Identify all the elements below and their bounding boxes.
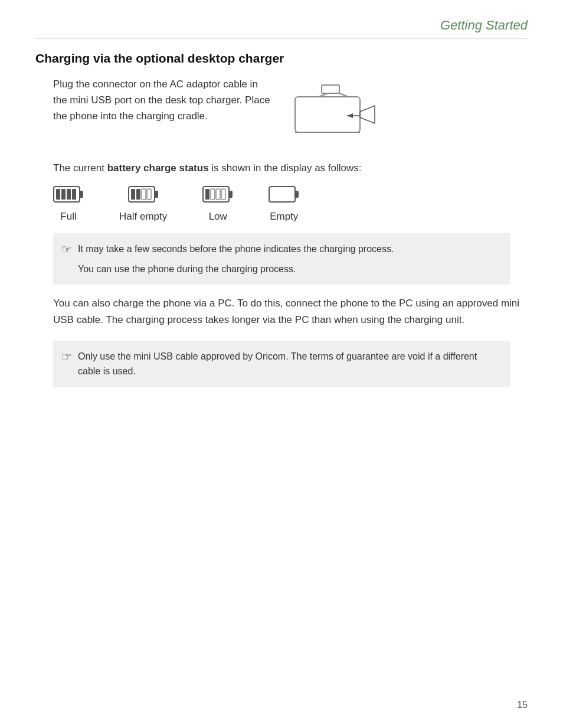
battery-low-icon: [202, 184, 233, 207]
battery-half-svg: [128, 184, 159, 204]
charger-description: Plug the connector on the AC adaptor cab…: [53, 76, 271, 125]
note-row-2: ☞ Only use the mini USB cable approved b…: [61, 349, 499, 379]
section-title: Charging via the optional desktop charge…: [35, 51, 528, 66]
note-text-2: Only use the mini USB cable approved by …: [78, 349, 499, 379]
note-row-1: ☞ It may take a few seconds before the p…: [61, 241, 499, 276]
note-icon-2: ☞: [61, 350, 72, 364]
battery-full-icon: [53, 184, 84, 207]
battery-low-label: Low: [209, 211, 227, 223]
svg-rect-14: [72, 189, 76, 200]
svg-rect-22: [229, 191, 233, 198]
svg-rect-12: [61, 189, 66, 200]
battery-low-svg: [202, 184, 233, 204]
svg-rect-11: [56, 189, 60, 200]
battery-empty-svg: [269, 184, 299, 204]
page-header: Getting Started: [35, 18, 528, 38]
svg-rect-17: [131, 189, 135, 200]
svg-rect-19: [142, 189, 146, 200]
battery-half-empty-icon: [128, 184, 159, 207]
page-container: Getting Started Charging via the optiona…: [0, 0, 563, 728]
svg-rect-13: [67, 189, 71, 200]
svg-rect-23: [205, 189, 210, 200]
battery-low: Low: [202, 184, 233, 223]
svg-rect-16: [155, 191, 158, 198]
battery-status-normal-text: The current: [53, 162, 107, 174]
battery-half-empty: Half empty: [119, 184, 167, 223]
battery-status-intro: The current battery charge status is sho…: [53, 160, 528, 176]
svg-rect-10: [80, 191, 83, 198]
battery-full: Full: [53, 184, 84, 223]
battery-status-bold-text: battery charge status: [107, 162, 209, 174]
svg-rect-27: [269, 187, 295, 202]
note-line-2: You can use the phone during the chargin…: [78, 262, 394, 277]
header-title: Getting Started: [440, 18, 528, 33]
note-box-1: ☞ It may take a few seconds before the p…: [53, 233, 510, 285]
battery-half-empty-label: Half empty: [119, 211, 167, 223]
svg-rect-18: [136, 189, 140, 200]
svg-rect-20: [147, 189, 151, 200]
note-line-1: It may take a few seconds before the pho…: [78, 241, 394, 257]
note-box-2: ☞ Only use the mini USB cable approved b…: [53, 341, 510, 387]
svg-rect-1: [322, 85, 339, 93]
battery-empty: Empty: [269, 184, 299, 223]
battery-status-end-text: is shown in the display as follows:: [209, 162, 362, 174]
battery-empty-icon: [269, 184, 299, 207]
charger-illustration: [283, 79, 378, 147]
svg-rect-25: [216, 189, 220, 200]
svg-rect-24: [211, 189, 215, 200]
page-number: 15: [517, 700, 528, 710]
charger-row: Plug the connector on the AC adaptor cab…: [53, 76, 528, 147]
charger-svg: [283, 79, 378, 144]
pc-charge-text: You can also charge the phone via a PC. …: [53, 295, 528, 327]
note-text-block-1: It may take a few seconds before the pho…: [78, 241, 394, 276]
battery-empty-label: Empty: [270, 211, 298, 223]
svg-rect-26: [221, 189, 225, 200]
battery-icons-row: Full Half empty: [53, 184, 528, 223]
svg-marker-4: [360, 106, 375, 123]
note-icon-1: ☞: [61, 242, 72, 256]
battery-full-svg: [53, 184, 84, 204]
battery-full-label: Full: [60, 211, 76, 223]
svg-rect-28: [295, 191, 299, 198]
